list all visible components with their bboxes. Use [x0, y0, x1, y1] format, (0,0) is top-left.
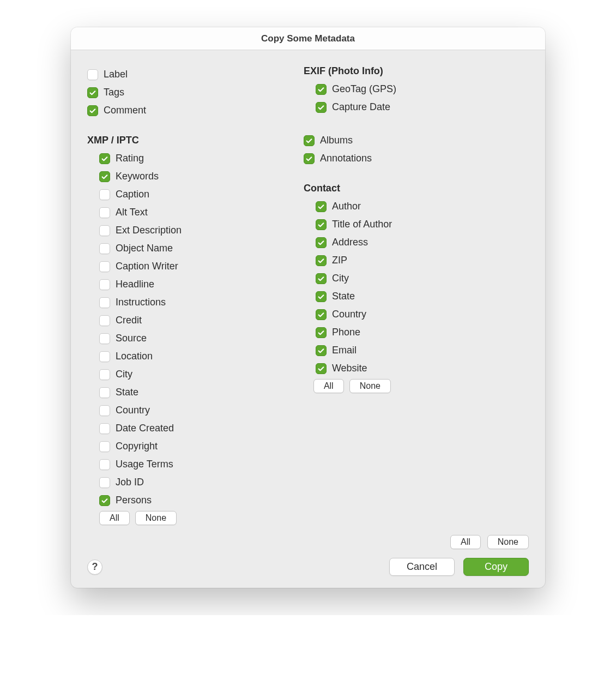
checkmark-icon: [317, 104, 325, 111]
copy-metadata-dialog: Copy Some Metadata LabelTagsComment XMP …: [71, 27, 545, 588]
checkbox-author[interactable]: [316, 201, 327, 212]
checkbox-label-usage-terms: Usage Terms: [116, 459, 173, 470]
checkbox-date-created[interactable]: [99, 423, 110, 434]
xmp-all-button[interactable]: All: [99, 511, 130, 525]
checkbox-ext-description[interactable]: [99, 225, 110, 236]
checkbox-row-annotations: Annotations: [304, 149, 529, 167]
checkbox-location[interactable]: [99, 351, 110, 362]
checkbox-label-contact-state: State: [332, 291, 355, 302]
checkmark-icon: [317, 275, 325, 282]
checkbox-row-albums: Albums: [304, 131, 529, 149]
checkbox-contact-state[interactable]: [316, 291, 327, 302]
checkbox-row-usage-terms: Usage Terms: [99, 455, 304, 473]
checkbox-label-date-created: Date Created: [116, 423, 174, 434]
checkbox-label-alt-text: Alt Text: [116, 207, 148, 218]
checkbox-label-phone: Phone: [332, 327, 360, 338]
checkbox-label-copyright: Copyright: [116, 441, 158, 452]
copy-button[interactable]: Copy: [463, 558, 529, 576]
cancel-button[interactable]: Cancel: [389, 558, 455, 576]
checkbox-row-caption: Caption: [99, 185, 304, 203]
checkbox-comment[interactable]: [87, 105, 98, 116]
checkmark-icon: [317, 329, 325, 336]
checkbox-label-contact-city: City: [332, 273, 349, 284]
checkbox-credit[interactable]: [99, 315, 110, 326]
checkbox-capture-date[interactable]: [316, 102, 327, 113]
checkbox-headline[interactable]: [99, 279, 110, 290]
checkbox-object-name[interactable]: [99, 243, 110, 254]
checkbox-label-object-name: Object Name: [116, 243, 173, 254]
checkbox-rating[interactable]: [99, 153, 110, 164]
checkbox-country[interactable]: [99, 405, 110, 416]
checkmark-icon: [317, 293, 325, 300]
checkbox-label-address: Address: [332, 237, 368, 248]
checkbox-label-instructions: Instructions: [116, 297, 166, 308]
dialog-content: LabelTagsComment XMP / IPTC RatingKeywor…: [71, 50, 545, 535]
checkbox-job-id[interactable]: [99, 477, 110, 488]
checkbox-website[interactable]: [316, 363, 327, 374]
checkbox-caption[interactable]: [99, 189, 110, 200]
checkbox-row-country: Country: [99, 401, 304, 419]
checkmark-icon: [101, 173, 108, 180]
contact-all-button[interactable]: All: [313, 379, 344, 393]
checkbox-address[interactable]: [316, 237, 327, 248]
checkbox-alt-text[interactable]: [99, 207, 110, 218]
xmp-none-button[interactable]: None: [135, 511, 177, 525]
checkbox-label-label: Label: [104, 69, 128, 80]
help-button[interactable]: ?: [87, 559, 102, 575]
checkbox-label-geotag: GeoTag (GPS): [332, 83, 396, 95]
checkbox-title-of-author[interactable]: [316, 219, 327, 230]
checkmark-icon: [317, 347, 325, 354]
checkbox-label-tags: Tags: [104, 87, 124, 98]
checkbox-instructions[interactable]: [99, 297, 110, 308]
checkbox-row-phone: Phone: [316, 323, 529, 341]
checkbox-annotations[interactable]: [304, 153, 315, 164]
checkbox-row-state: State: [99, 383, 304, 401]
checkbox-source[interactable]: [99, 333, 110, 344]
global-all-button[interactable]: All: [450, 535, 481, 549]
checkbox-contact-country[interactable]: [316, 309, 327, 320]
checkbox-label-location: Location: [116, 351, 153, 362]
checkbox-label-capture-date: Capture Date: [332, 101, 390, 113]
checkbox-keywords[interactable]: [99, 171, 110, 182]
checkbox-phone[interactable]: [316, 327, 327, 338]
checkbox-email[interactable]: [316, 345, 327, 356]
checkbox-label-caption-writer: Caption Writer: [116, 261, 178, 272]
checkbox-usage-terms[interactable]: [99, 459, 110, 470]
checkbox-copyright[interactable]: [99, 441, 110, 452]
checkbox-row-location: Location: [99, 347, 304, 365]
exif-heading: EXIF (Photo Info): [304, 65, 529, 77]
checkbox-label-website: Website: [332, 363, 367, 374]
checkbox-zip[interactable]: [316, 255, 327, 266]
checkbox-label-source: Source: [116, 333, 147, 344]
checkbox-row-author: Author: [316, 197, 529, 215]
checkbox-label-country: Country: [116, 405, 150, 416]
checkbox-state[interactable]: [99, 387, 110, 398]
checkbox-row-caption-writer: Caption Writer: [99, 257, 304, 275]
checkbox-row-copyright: Copyright: [99, 437, 304, 455]
checkbox-persons[interactable]: [99, 495, 110, 506]
checkbox-contact-city[interactable]: [316, 273, 327, 284]
checkbox-label-state: State: [116, 387, 138, 398]
checkbox-albums[interactable]: [304, 135, 315, 146]
checkbox-caption-writer[interactable]: [99, 261, 110, 272]
checkmark-icon: [101, 497, 108, 504]
contact-heading: Contact: [304, 183, 529, 194]
checkbox-row-zip: ZIP: [316, 251, 529, 269]
checkmark-icon: [317, 86, 325, 93]
dialog-footer: All None ? Cancel Copy: [71, 535, 545, 588]
checkbox-row-contact-state: State: [316, 287, 529, 305]
checkbox-city[interactable]: [99, 369, 110, 380]
checkbox-tags[interactable]: [87, 87, 98, 98]
checkmark-icon: [317, 203, 325, 210]
checkbox-row-address: Address: [316, 233, 529, 251]
checkbox-row-object-name: Object Name: [99, 239, 304, 257]
checkmark-icon: [317, 221, 325, 228]
checkbox-label-job-id: Job ID: [116, 477, 144, 488]
checkbox-label[interactable]: [87, 69, 98, 80]
checkbox-row-contact-country: Country: [316, 305, 529, 323]
checkbox-label-comment: Comment: [104, 105, 146, 116]
checkbox-label-annotations: Annotations: [320, 153, 372, 164]
contact-none-button[interactable]: None: [349, 379, 391, 393]
checkbox-geotag[interactable]: [316, 84, 327, 95]
global-none-button[interactable]: None: [487, 535, 529, 549]
